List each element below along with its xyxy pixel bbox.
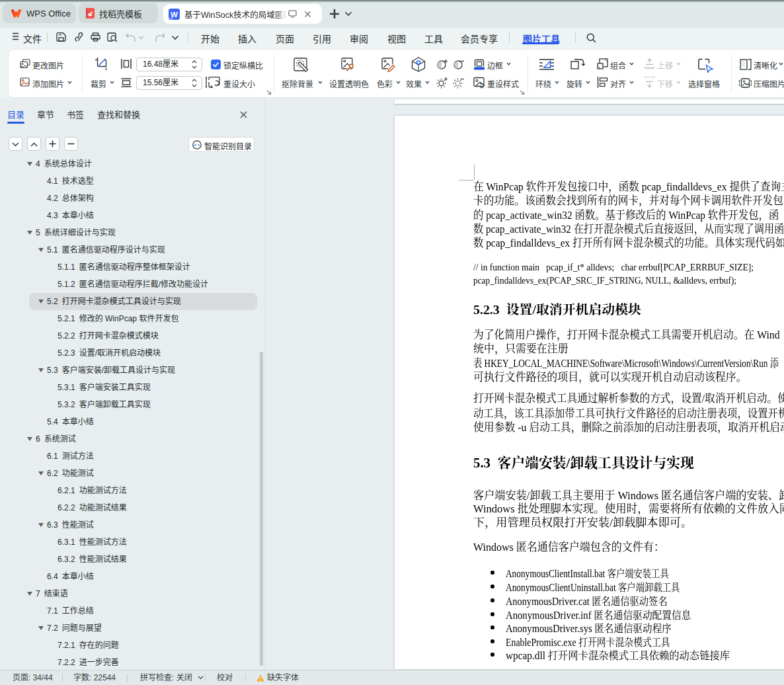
svg-text:W: W [171, 11, 178, 19]
